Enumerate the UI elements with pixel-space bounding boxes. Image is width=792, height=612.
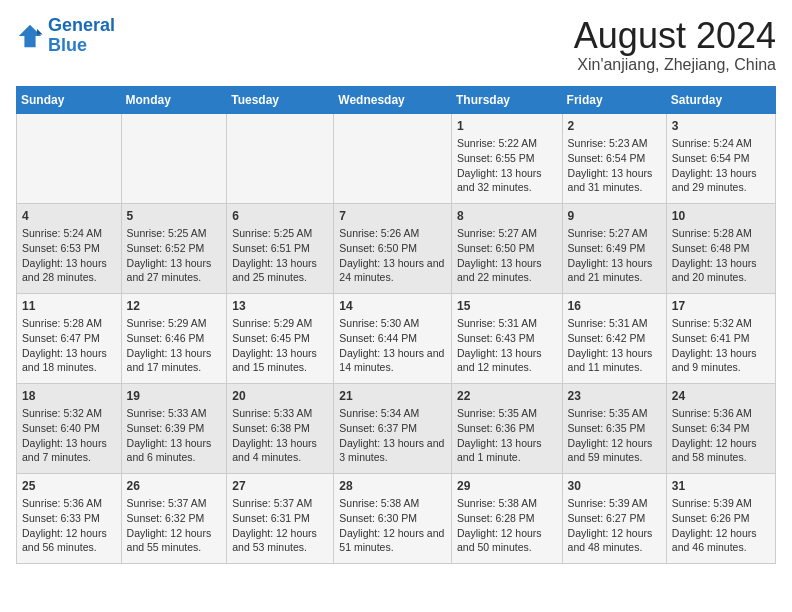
calendar-cell: 27Sunrise: 5:37 AMSunset: 6:31 PMDayligh… (227, 473, 334, 563)
col-thursday: Thursday (451, 86, 562, 113)
day-info: Daylight: 13 hours and 14 minutes. (339, 346, 446, 375)
day-info: Sunset: 6:33 PM (22, 511, 116, 526)
day-info: Daylight: 12 hours and 48 minutes. (568, 526, 661, 555)
day-info: Sunrise: 5:34 AM (339, 406, 446, 421)
day-info: Sunset: 6:32 PM (127, 511, 222, 526)
calendar-cell: 20Sunrise: 5:33 AMSunset: 6:38 PMDayligh… (227, 383, 334, 473)
day-number: 4 (22, 208, 116, 225)
day-number: 14 (339, 298, 446, 315)
day-info: Daylight: 13 hours and 1 minute. (457, 436, 557, 465)
day-number: 17 (672, 298, 770, 315)
calendar-cell: 16Sunrise: 5:31 AMSunset: 6:42 PMDayligh… (562, 293, 666, 383)
day-info: Sunset: 6:55 PM (457, 151, 557, 166)
calendar-cell (334, 113, 452, 203)
day-info: Daylight: 13 hours and 21 minutes. (568, 256, 661, 285)
calendar-cell: 8Sunrise: 5:27 AMSunset: 6:50 PMDaylight… (451, 203, 562, 293)
day-number: 29 (457, 478, 557, 495)
day-info: Daylight: 12 hours and 58 minutes. (672, 436, 770, 465)
day-info: Sunset: 6:36 PM (457, 421, 557, 436)
calendar-cell: 25Sunrise: 5:36 AMSunset: 6:33 PMDayligh… (17, 473, 122, 563)
calendar-cell: 24Sunrise: 5:36 AMSunset: 6:34 PMDayligh… (666, 383, 775, 473)
calendar-cell: 13Sunrise: 5:29 AMSunset: 6:45 PMDayligh… (227, 293, 334, 383)
day-info: Sunrise: 5:25 AM (127, 226, 222, 241)
day-info: Sunset: 6:40 PM (22, 421, 116, 436)
day-info: Sunrise: 5:35 AM (568, 406, 661, 421)
calendar-cell: 30Sunrise: 5:39 AMSunset: 6:27 PMDayligh… (562, 473, 666, 563)
day-number: 27 (232, 478, 328, 495)
calendar-header: Sunday Monday Tuesday Wednesday Thursday… (17, 86, 776, 113)
day-info: Sunrise: 5:35 AM (457, 406, 557, 421)
day-info: Daylight: 13 hours and 31 minutes. (568, 166, 661, 195)
day-number: 6 (232, 208, 328, 225)
day-info: Sunrise: 5:29 AM (232, 316, 328, 331)
calendar-cell: 26Sunrise: 5:37 AMSunset: 6:32 PMDayligh… (121, 473, 227, 563)
day-number: 24 (672, 388, 770, 405)
day-info: Sunset: 6:50 PM (457, 241, 557, 256)
day-info: Daylight: 13 hours and 28 minutes. (22, 256, 116, 285)
day-info: Sunrise: 5:33 AM (232, 406, 328, 421)
day-number: 28 (339, 478, 446, 495)
calendar-week-3: 11Sunrise: 5:28 AMSunset: 6:47 PMDayligh… (17, 293, 776, 383)
day-info: Sunset: 6:30 PM (339, 511, 446, 526)
day-info: Sunset: 6:42 PM (568, 331, 661, 346)
day-info: Sunset: 6:31 PM (232, 511, 328, 526)
day-info: Daylight: 12 hours and 53 minutes. (232, 526, 328, 555)
day-number: 19 (127, 388, 222, 405)
day-info: Sunrise: 5:31 AM (568, 316, 661, 331)
calendar-cell (121, 113, 227, 203)
day-info: Daylight: 12 hours and 59 minutes. (568, 436, 661, 465)
day-info: Sunrise: 5:38 AM (339, 496, 446, 511)
day-number: 8 (457, 208, 557, 225)
calendar-cell: 17Sunrise: 5:32 AMSunset: 6:41 PMDayligh… (666, 293, 775, 383)
logo: General Blue (16, 16, 115, 56)
calendar-cell: 7Sunrise: 5:26 AMSunset: 6:50 PMDaylight… (334, 203, 452, 293)
col-friday: Friday (562, 86, 666, 113)
calendar-cell: 6Sunrise: 5:25 AMSunset: 6:51 PMDaylight… (227, 203, 334, 293)
day-info: Sunset: 6:38 PM (232, 421, 328, 436)
day-info: Daylight: 12 hours and 55 minutes. (127, 526, 222, 555)
day-info: Sunset: 6:54 PM (672, 151, 770, 166)
day-info: Sunset: 6:34 PM (672, 421, 770, 436)
calendar-cell (17, 113, 122, 203)
day-info: Daylight: 13 hours and 27 minutes. (127, 256, 222, 285)
day-info: Sunset: 6:35 PM (568, 421, 661, 436)
day-info: Daylight: 13 hours and 12 minutes. (457, 346, 557, 375)
day-info: Sunrise: 5:38 AM (457, 496, 557, 511)
calendar-cell: 5Sunrise: 5:25 AMSunset: 6:52 PMDaylight… (121, 203, 227, 293)
calendar-cell: 4Sunrise: 5:24 AMSunset: 6:53 PMDaylight… (17, 203, 122, 293)
calendar-cell: 31Sunrise: 5:39 AMSunset: 6:26 PMDayligh… (666, 473, 775, 563)
day-number: 25 (22, 478, 116, 495)
page-header: General Blue August 2024 Xin'anjiang, Zh… (16, 16, 776, 74)
day-info: Sunset: 6:49 PM (568, 241, 661, 256)
calendar-cell: 22Sunrise: 5:35 AMSunset: 6:36 PMDayligh… (451, 383, 562, 473)
day-info: Sunrise: 5:32 AM (672, 316, 770, 331)
col-monday: Monday (121, 86, 227, 113)
day-info: Sunrise: 5:28 AM (22, 316, 116, 331)
day-number: 18 (22, 388, 116, 405)
day-info: Daylight: 13 hours and 9 minutes. (672, 346, 770, 375)
calendar-cell: 14Sunrise: 5:30 AMSunset: 6:44 PMDayligh… (334, 293, 452, 383)
day-number: 1 (457, 118, 557, 135)
logo-icon (16, 22, 44, 50)
day-info: Sunrise: 5:39 AM (568, 496, 661, 511)
day-info: Daylight: 12 hours and 50 minutes. (457, 526, 557, 555)
day-info: Sunrise: 5:30 AM (339, 316, 446, 331)
day-info: Sunset: 6:46 PM (127, 331, 222, 346)
col-saturday: Saturday (666, 86, 775, 113)
day-info: Daylight: 13 hours and 7 minutes. (22, 436, 116, 465)
day-info: Daylight: 13 hours and 4 minutes. (232, 436, 328, 465)
calendar-cell: 28Sunrise: 5:38 AMSunset: 6:30 PMDayligh… (334, 473, 452, 563)
day-info: Sunset: 6:43 PM (457, 331, 557, 346)
calendar-cell: 19Sunrise: 5:33 AMSunset: 6:39 PMDayligh… (121, 383, 227, 473)
day-info: Daylight: 13 hours and 18 minutes. (22, 346, 116, 375)
day-number: 15 (457, 298, 557, 315)
calendar-cell: 11Sunrise: 5:28 AMSunset: 6:47 PMDayligh… (17, 293, 122, 383)
col-tuesday: Tuesday (227, 86, 334, 113)
svg-marker-0 (19, 25, 41, 47)
day-info: Sunrise: 5:27 AM (568, 226, 661, 241)
day-number: 13 (232, 298, 328, 315)
day-info: Sunset: 6:45 PM (232, 331, 328, 346)
day-info: Sunset: 6:26 PM (672, 511, 770, 526)
calendar-table: Sunday Monday Tuesday Wednesday Thursday… (16, 86, 776, 564)
calendar-cell: 15Sunrise: 5:31 AMSunset: 6:43 PMDayligh… (451, 293, 562, 383)
